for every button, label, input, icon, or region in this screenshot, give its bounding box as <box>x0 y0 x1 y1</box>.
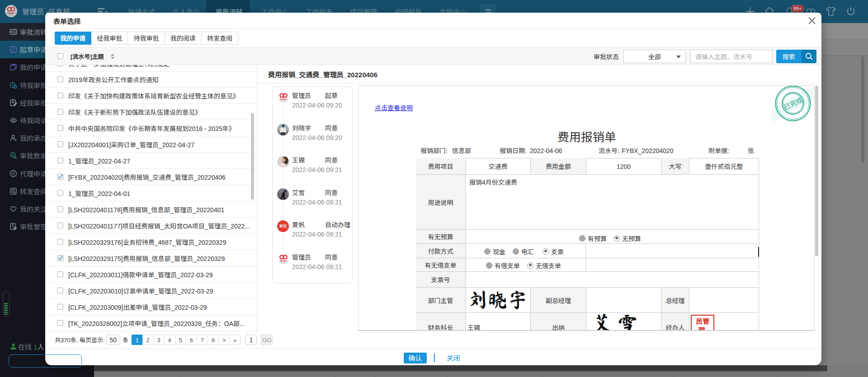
svg-text:POWER: POWER <box>9 14 14 16</box>
svg-text:-POWER-: -POWER- <box>280 262 287 264</box>
svg-text:-POWER-: -POWER- <box>280 100 287 102</box>
svg-text:华天动力: 华天动力 <box>7 12 15 14</box>
svg-text:代: 代 <box>11 171 15 176</box>
